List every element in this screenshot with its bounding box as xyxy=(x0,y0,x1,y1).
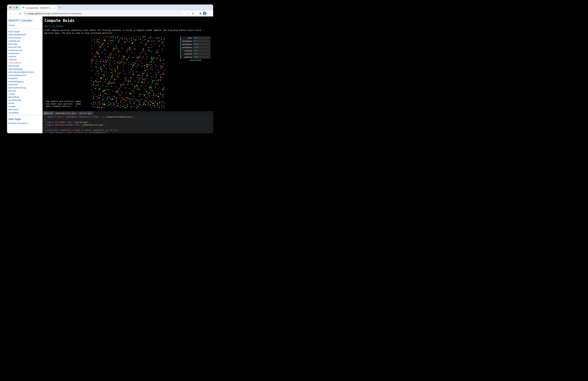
gui-label: rule2Distance xyxy=(181,43,193,45)
gui-value-input[interactable]: 0.005 xyxy=(193,56,210,58)
code-line: 3import spriteWGSL from './sprite.wgsl'; xyxy=(42,121,213,124)
sidebar: WebGPU Samples Github helloTrianglehello… xyxy=(7,17,42,133)
code-tabs: main.tsupdateSprites.wgslsprite.wgsl xyxy=(42,111,213,115)
tabs-dropdown-icon[interactable]: ˅ xyxy=(207,6,211,9)
sidebar-divider xyxy=(8,115,41,116)
code-line: 1import { assert, makeSample, SampleInit… xyxy=(42,116,213,118)
code-editor[interactable]: 1import { assert, makeSample, SampleInit… xyxy=(42,115,213,133)
sidebar-item-deferredRendering[interactable]: deferredRendering xyxy=(8,86,41,90)
svg-point-0 xyxy=(204,13,205,13)
sidebar-item-cameras[interactable]: cameras xyxy=(8,55,41,58)
bookmark-star-icon[interactable]: ☆ xyxy=(186,12,190,15)
sidebar-other-heading: Other Pages xyxy=(8,118,41,120)
gui-value-input[interactable]: 0.02 xyxy=(193,49,210,52)
forward-icon[interactable]: → xyxy=(13,12,17,15)
titlebar: Compute Boids - WebGPU S… ✕ + ˅ xyxy=(7,4,213,11)
sidebar-item-helloTriangle[interactable]: helloTriangle xyxy=(8,30,41,33)
close-tab-icon[interactable]: ✕ xyxy=(54,7,55,9)
main-content: Compute Boids See it on Github! A GPU co… xyxy=(42,17,213,133)
sidebar-title: WebGPU Samples xyxy=(8,19,41,22)
sidebar-item-videoUploading[interactable]: videoUploading xyxy=(8,67,41,71)
code-line: 7 const adapter = await navigator.gpu.re… xyxy=(42,132,213,133)
sidebar-item-videoUploadingWebCodecs[interactable]: videoUploadingWebCodecs xyxy=(8,70,41,74)
sidebar-item-normalMap[interactable]: normalMap xyxy=(8,111,41,114)
see-on-github-link[interactable]: See it on Github! xyxy=(44,25,211,27)
address-bar[interactable]: ⊟ webgpu.github.io/webgpu-samples/sample… xyxy=(23,11,183,16)
sidebar-item-A-buffer[interactable]: A-buffer xyxy=(8,105,41,108)
gui-value-input[interactable]: 0.025 xyxy=(193,43,210,45)
gui-row-rule2Scale: rule2Scale0.05 xyxy=(180,52,210,55)
profile-avatar-icon[interactable] xyxy=(203,12,207,15)
gui-row-rule3Scale: rule3Scale0.005 xyxy=(180,55,210,59)
back-icon[interactable]: ← xyxy=(9,12,12,15)
minimize-window-icon[interactable] xyxy=(12,7,14,8)
sidebar-item-texturedCube[interactable]: texturedCube xyxy=(8,45,41,49)
dat-gui-panel: deltaT0.04rule1Distance0.1rule2Distance0… xyxy=(180,36,210,62)
maximize-window-icon[interactable] xyxy=(16,7,18,8)
gui-label: deltaT xyxy=(181,37,193,39)
browser-tab[interactable]: Compute Boids - WebGPU S… ✕ xyxy=(21,5,57,11)
gui-label: rule3Distance xyxy=(181,46,193,48)
gui-value-input[interactable]: 0.05 xyxy=(193,53,210,55)
browser-window: Compute Boids - WebGPU S… ✕ + ˅ ← → ⟳ ⊟ … xyxy=(7,4,213,133)
sidebar-item-rotatingCube[interactable]: rotatingCube xyxy=(8,39,41,43)
simulation-canvas xyxy=(91,36,165,108)
sidebar-item-animometer[interactable]: animometer xyxy=(8,64,41,67)
gui-label: rule1Scale xyxy=(181,50,193,52)
code-tab-updateSprites-wgsl[interactable]: updateSprites.wgsl xyxy=(54,111,78,115)
gui-row-rule2Distance: rule2Distance0.025 xyxy=(180,43,210,46)
gui-row-rule3Distance: rule3Distance0.025 xyxy=(180,46,210,49)
sidebar-item-renderBundles[interactable]: renderBundles xyxy=(8,99,41,102)
sidebar-item-imageBlur[interactable]: imageBlur xyxy=(8,77,41,80)
page-description: A GPU compute particle simulation that m… xyxy=(44,29,211,35)
sidebar-item-cornell[interactable]: cornell xyxy=(8,92,41,96)
side-panel-icon[interactable]: ◨ xyxy=(198,12,202,15)
sidebar-workload-link[interactable]: Workload Simulator ↗ xyxy=(8,122,41,125)
sidebar-item-shadowMapping[interactable]: shadowMapping xyxy=(8,80,41,83)
code-line: 6const init: SampleInit = async ({ canva… xyxy=(42,129,213,132)
toolbar-right: ☆ ⧉ ◨ ⋮ xyxy=(186,12,211,15)
new-tab-icon[interactable]: + xyxy=(59,6,61,9)
sidebar-item-twoCubes[interactable]: twoCubes xyxy=(8,43,41,46)
sidebar-item-helloTriangleMSAA[interactable]: helloTriangleMSAA xyxy=(8,33,41,36)
close-window-icon[interactable] xyxy=(9,7,11,8)
gui-close-controls[interactable]: Close Controls xyxy=(180,59,210,62)
code-line: 5 xyxy=(42,126,213,129)
sidebar-item-fractalCube[interactable]: fractalCube xyxy=(8,52,41,55)
sidebar-item-worker[interactable]: worker xyxy=(8,102,41,105)
gui-label: rule1Distance xyxy=(181,40,193,42)
sidebar-item-particles[interactable]: particles xyxy=(8,89,41,92)
gui-value-input[interactable]: 0.1 xyxy=(193,40,210,42)
code-line: 4import updateSpritesWGSL from './update… xyxy=(42,124,213,126)
sidebar-item-instancedCube[interactable]: instancedCube xyxy=(8,49,41,52)
gui-value-input[interactable]: 0.04 xyxy=(193,37,210,39)
kebab-menu-icon[interactable]: ⋮ xyxy=(207,12,211,15)
page-content: WebGPU Samples Github helloTrianglehello… xyxy=(7,17,213,133)
sidebar-item-reversedZ[interactable]: reversedZ xyxy=(8,83,41,86)
sidebar-item-resizeCanvas[interactable]: resizeCanvas xyxy=(8,36,41,40)
gui-row-rule1Scale: rule1Scale0.02 xyxy=(180,49,210,52)
url-path: /webgpu-samples/samples/computeBoids xyxy=(43,12,82,15)
sidebar-sample-list: helloTrianglehelloTriangleMSAAresizeCanv… xyxy=(8,30,41,114)
window-controls xyxy=(9,7,18,8)
sidebar-github-link[interactable]: Github xyxy=(8,24,41,27)
simulation-area: avg compute pass duration: 886µs avg ren… xyxy=(44,36,211,108)
sidebar-item-computeBoids[interactable]: computeBoids xyxy=(8,61,41,65)
sidebar-item-samplerParameters[interactable]: samplerParameters xyxy=(8,74,41,77)
sidebar-item-gameOfLife[interactable]: gameOfLife xyxy=(8,95,41,99)
sidebar-item-cubemap[interactable]: cubemap xyxy=(8,58,41,61)
sidebar-item-bitonicSort[interactable]: bitonicSort xyxy=(8,108,41,111)
browser-toolbar: ← → ⟳ ⊟ webgpu.github.io/webgpu-samples/… xyxy=(7,11,213,17)
code-tab-main-ts[interactable]: main.ts xyxy=(42,111,54,115)
gui-label: rule2Scale xyxy=(181,53,193,55)
tab-title: Compute Boids - WebGPU S… xyxy=(25,7,52,9)
url-host: webgpu.github.io xyxy=(27,12,43,15)
gui-row-deltaT: deltaT0.04 xyxy=(180,36,210,40)
code-tab-sprite-wgsl[interactable]: sprite.wgsl xyxy=(78,111,94,115)
gui-value-input[interactable]: 0.025 xyxy=(193,46,210,49)
gui-row-rule1Distance: rule1Distance0.1 xyxy=(180,40,210,43)
site-info-icon[interactable]: ⊟ xyxy=(25,12,26,15)
extensions-icon[interactable]: ⧉ xyxy=(191,12,195,15)
tab-favicon-icon xyxy=(22,7,24,9)
reload-icon[interactable]: ⟳ xyxy=(18,12,22,15)
